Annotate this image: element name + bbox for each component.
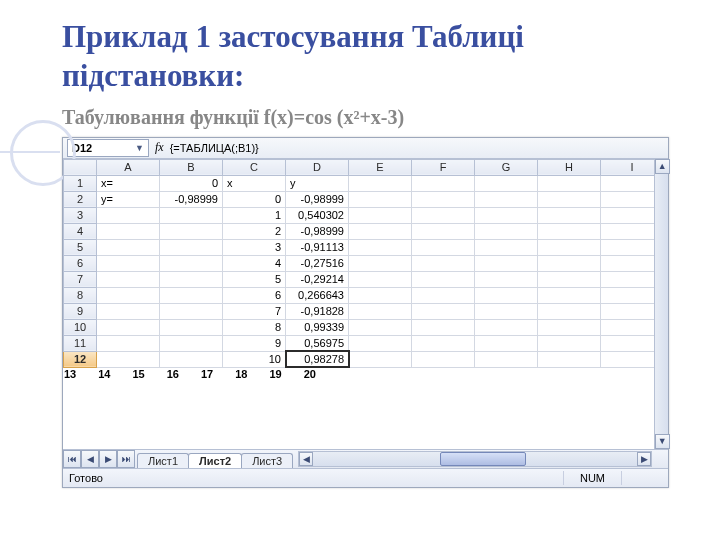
cell[interactable]: [349, 335, 412, 351]
cell[interactable]: -0,98999: [286, 191, 349, 207]
cell[interactable]: -0,91828: [286, 303, 349, 319]
cell[interactable]: [97, 287, 160, 303]
cell[interactable]: [97, 303, 160, 319]
cell[interactable]: [160, 271, 223, 287]
scroll-right-button[interactable]: ▶: [637, 452, 651, 466]
cell[interactable]: [601, 351, 654, 367]
cell[interactable]: 0,266643: [286, 287, 349, 303]
sheet-tab[interactable]: Лист2: [188, 453, 242, 468]
cell[interactable]: x: [223, 175, 286, 191]
row-header[interactable]: 12: [64, 351, 97, 367]
cell[interactable]: [475, 175, 538, 191]
cell[interactable]: [412, 303, 475, 319]
cell[interactable]: [538, 335, 601, 351]
col-header[interactable]: F: [412, 159, 475, 175]
cell[interactable]: [412, 191, 475, 207]
cell[interactable]: [538, 207, 601, 223]
col-header[interactable]: C: [223, 159, 286, 175]
cell[interactable]: [538, 191, 601, 207]
row-header[interactable]: 13: [63, 367, 77, 381]
cell[interactable]: 2: [223, 223, 286, 239]
cell[interactable]: [601, 191, 654, 207]
cell[interactable]: [601, 255, 654, 271]
cell[interactable]: 0: [223, 191, 286, 207]
col-header[interactable]: G: [475, 159, 538, 175]
row-header[interactable]: 9: [64, 303, 97, 319]
cell[interactable]: [160, 319, 223, 335]
cell[interactable]: 9: [223, 335, 286, 351]
cell[interactable]: [601, 271, 654, 287]
cell[interactable]: [349, 191, 412, 207]
cell[interactable]: [349, 287, 412, 303]
col-header[interactable]: E: [349, 159, 412, 175]
cell[interactable]: [538, 351, 601, 367]
col-header[interactable]: D: [286, 159, 349, 175]
cell[interactable]: [475, 287, 538, 303]
cell[interactable]: [538, 287, 601, 303]
cell[interactable]: [349, 319, 412, 335]
cell[interactable]: [412, 207, 475, 223]
scroll-left-button[interactable]: ◀: [299, 452, 313, 466]
cell[interactable]: 0,99339: [286, 319, 349, 335]
cell[interactable]: [475, 191, 538, 207]
active-cell[interactable]: 0,98278: [286, 351, 349, 367]
horizontal-scrollbar[interactable]: ◀ ▶: [298, 451, 652, 467]
cell[interactable]: [475, 335, 538, 351]
fx-icon[interactable]: fx: [153, 140, 166, 155]
cell[interactable]: [538, 175, 601, 191]
cell[interactable]: [538, 271, 601, 287]
cell[interactable]: [538, 255, 601, 271]
cell[interactable]: [160, 223, 223, 239]
row-header[interactable]: 17: [200, 367, 214, 381]
cell[interactable]: [538, 223, 601, 239]
cell[interactable]: 7: [223, 303, 286, 319]
row-header[interactable]: 16: [166, 367, 180, 381]
cell[interactable]: [475, 223, 538, 239]
scroll-down-button[interactable]: ▼: [655, 434, 670, 449]
cell[interactable]: [160, 255, 223, 271]
name-box[interactable]: D12 ▼: [67, 139, 149, 157]
scroll-up-button[interactable]: ▲: [655, 159, 670, 174]
cell[interactable]: [97, 335, 160, 351]
cell[interactable]: x=: [97, 175, 160, 191]
row-header[interactable]: 3: [64, 207, 97, 223]
cell[interactable]: [349, 239, 412, 255]
cell[interactable]: y=: [97, 191, 160, 207]
tab-nav-last-icon[interactable]: ⏭: [117, 450, 135, 468]
row-header[interactable]: 6: [64, 255, 97, 271]
select-all-corner[interactable]: [64, 159, 97, 175]
cell[interactable]: -0,91113: [286, 239, 349, 255]
cell[interactable]: [601, 287, 654, 303]
cell[interactable]: [412, 335, 475, 351]
cell[interactable]: 0: [160, 175, 223, 191]
cell[interactable]: 3: [223, 239, 286, 255]
cell[interactable]: [97, 319, 160, 335]
cell[interactable]: [97, 255, 160, 271]
scroll-thumb[interactable]: [440, 452, 526, 466]
cell[interactable]: 6: [223, 287, 286, 303]
row-header[interactable]: 20: [303, 367, 317, 381]
row-header[interactable]: 10: [64, 319, 97, 335]
sheet-tab[interactable]: Лист1: [137, 453, 189, 468]
cell[interactable]: [160, 207, 223, 223]
col-header[interactable]: I: [601, 159, 654, 175]
cell[interactable]: 1: [223, 207, 286, 223]
cell[interactable]: [349, 207, 412, 223]
cell[interactable]: [335, 367, 337, 381]
cell[interactable]: [538, 303, 601, 319]
cell[interactable]: y: [286, 175, 349, 191]
row-header[interactable]: 5: [64, 239, 97, 255]
cell[interactable]: [601, 207, 654, 223]
cell[interactable]: 4: [223, 255, 286, 271]
row-header[interactable]: 1: [64, 175, 97, 191]
cell[interactable]: [538, 239, 601, 255]
row-header[interactable]: 8: [64, 287, 97, 303]
cell[interactable]: [412, 239, 475, 255]
formula-input[interactable]: {=ТАБЛИЦА(;B1)}: [170, 142, 259, 154]
cell[interactable]: 10: [223, 351, 286, 367]
cell[interactable]: [97, 239, 160, 255]
cell[interactable]: [538, 319, 601, 335]
cell[interactable]: [601, 335, 654, 351]
cell[interactable]: [97, 223, 160, 239]
cell[interactable]: [97, 271, 160, 287]
